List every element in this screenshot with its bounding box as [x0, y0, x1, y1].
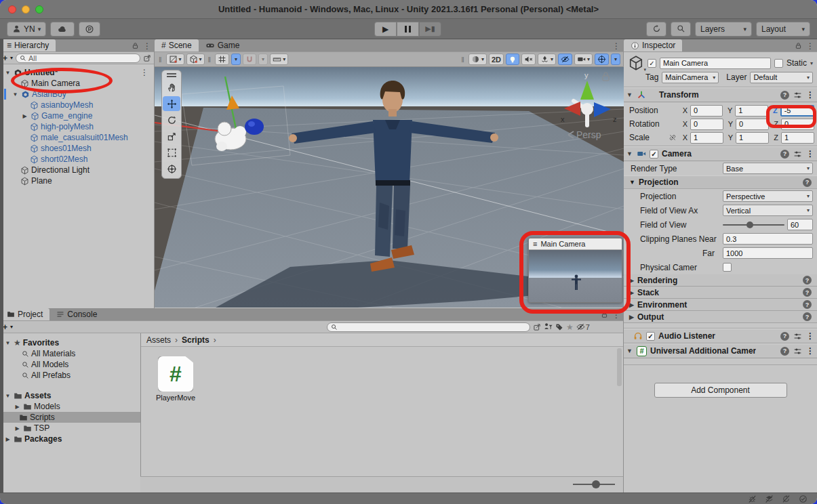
slider-knob[interactable] [746, 222, 753, 228]
help-icon[interactable]: ? [780, 347, 789, 356]
breadcrumb-scripts[interactable]: Scripts [182, 335, 210, 345]
hierarchy-row-highpolymesh[interactable]: high-polyMesh [4, 121, 154, 132]
tree-scripts[interactable]: Scripts [0, 412, 140, 423]
gameobject-cube-icon[interactable]: ▾ [628, 55, 644, 71]
hidden-objects-toggle[interactable] [558, 54, 572, 65]
snap-settings-dropdown[interactable]: ▾ [258, 54, 268, 65]
cache-disabled-icon[interactable] [765, 495, 774, 503]
output-section[interactable]: ▶ Output ? [624, 311, 817, 323]
tree-all-prefabs[interactable]: All Prefabs [4, 370, 140, 381]
toolbar-drag-handle[interactable]: ‖ [460, 56, 466, 64]
open-editor-icon[interactable] [143, 54, 151, 62]
clipping-far-field[interactable]: 1000 [723, 247, 813, 259]
tool-settings-dropdown[interactable]: ▾ [270, 54, 288, 65]
presets-icon[interactable] [793, 347, 802, 356]
layer-dropdown[interactable]: Default▾ [750, 72, 813, 83]
step-button[interactable]: ▶▮ [419, 22, 441, 37]
tree-favorites[interactable]: ▼ ★ Favorites [4, 337, 140, 348]
additional-camera-header[interactable]: ▼ # Universal Additional Camer ? ⋮ [624, 343, 817, 358]
component-menu-icon[interactable]: ⋮ [806, 346, 814, 356]
zoom-button[interactable] [35, 5, 43, 14]
pause-button[interactable] [397, 22, 419, 37]
tab-game[interactable]: Game [199, 39, 247, 51]
rect-tool[interactable] [163, 145, 180, 160]
active-checkbox[interactable]: ✓ [647, 59, 656, 68]
help-icon[interactable]: ? [803, 288, 812, 297]
breadcrumb-assets[interactable]: Assets [146, 335, 171, 345]
position-z-field[interactable]: -5 [780, 105, 814, 117]
foldout-open-icon[interactable]: ▼ [4, 340, 12, 346]
minimize-button[interactable] [22, 5, 30, 14]
thumbnail-zoom-slider[interactable] [573, 484, 615, 485]
help-icon[interactable]: ? [780, 91, 789, 100]
tab-console[interactable]: Console [49, 308, 104, 320]
search-by-type-icon[interactable] [544, 322, 553, 331]
tree-all-models[interactable]: All Models [4, 359, 140, 370]
foldout-open-icon[interactable]: ▼ [4, 393, 12, 399]
hierarchy-row-scene[interactable]: ▼ Untitled* ⋮ [4, 67, 154, 78]
help-icon[interactable]: ? [803, 276, 812, 285]
2d-toggle-button[interactable]: 2D [489, 54, 504, 65]
stack-section[interactable]: ▶ Stack ? [624, 287, 817, 299]
rendering-section[interactable]: ▶ Rendering ? [624, 274, 817, 287]
grid-settings-dropdown[interactable]: ▾ [231, 54, 241, 65]
foldout-closed-icon[interactable]: ▶ [629, 277, 634, 284]
presets-icon[interactable] [793, 150, 802, 159]
presets-icon[interactable] [793, 91, 802, 100]
rotation-z-field[interactable]: 0 [781, 119, 814, 130]
account-dropdown[interactable]: YN ▾ [7, 22, 46, 37]
debugger-detached-icon[interactable] [748, 495, 757, 503]
create-asset-button[interactable]: + [3, 322, 7, 332]
foldout-closed-icon[interactable]: ▶ [21, 113, 28, 119]
hierarchy-search-input[interactable]: All [16, 54, 140, 63]
panel-menu-icon[interactable]: ⋮ [612, 310, 620, 320]
lock-icon[interactable] [795, 42, 802, 49]
scale-x-field[interactable]: 1 [690, 132, 723, 144]
gizmos-toggle[interactable] [595, 54, 609, 65]
help-icon[interactable]: ? [803, 178, 812, 187]
tree-models[interactable]: ▶ Models [4, 401, 140, 412]
asset-grid[interactable]: # PlayerMove [141, 347, 623, 476]
undo-history-button[interactable] [646, 22, 666, 37]
rotation-y-field[interactable]: 0 [736, 119, 769, 130]
foldout-open-icon[interactable]: ▼ [626, 91, 633, 98]
audio-mute-toggle[interactable] [521, 54, 536, 65]
camera-header[interactable]: ▼ ✓ Camera ? ⋮ [624, 146, 817, 161]
favorites-star-icon[interactable]: ★ [566, 322, 574, 332]
asset-playermove[interactable]: # PlayerMove [155, 356, 197, 402]
search-button[interactable] [671, 22, 691, 37]
help-icon[interactable]: ? [803, 312, 812, 321]
foldout-closed-icon[interactable]: ▶ [629, 314, 634, 320]
overlay-drag-handle[interactable] [167, 73, 176, 77]
presets-icon[interactable] [793, 332, 802, 341]
selection-wire-dropdown[interactable]: ▾ [186, 54, 205, 65]
hierarchy-row-asianboy[interactable]: ▼ AsianBoy [4, 89, 154, 100]
effects-dropdown[interactable]: ▾ [538, 54, 556, 65]
toolbar-drag-handle[interactable]: ‖ [207, 56, 214, 64]
selection-outline-dropdown[interactable]: ▾ [166, 54, 184, 65]
foldout-closed-icon[interactable]: ▶ [4, 436, 12, 442]
foldout-open-icon[interactable]: ▼ [626, 348, 633, 354]
physical-camera-checkbox[interactable] [723, 263, 732, 272]
foldout-open-icon[interactable]: ▼ [629, 179, 635, 186]
preview-menu-icon[interactable]: ≡ [533, 240, 537, 248]
panel-menu-icon[interactable]: ⋮ [806, 41, 814, 51]
hierarchy-row-directional-light[interactable]: Directional Light [4, 165, 154, 175]
foldout-open-icon[interactable]: ▼ [12, 91, 19, 98]
rotate-tool[interactable] [163, 112, 180, 127]
projection-section-header[interactable]: ▼ Projection ? [624, 175, 817, 189]
tree-packages[interactable]: ▶ Packages [4, 434, 140, 444]
gameobject-name-field[interactable]: Main Camera [660, 58, 771, 69]
foldout-closed-icon[interactable]: ▶ [629, 301, 634, 308]
scrollbar[interactable] [617, 348, 622, 386]
hierarchy-row-asianboymesh[interactable]: asianboyMesh [4, 100, 154, 110]
fov-field[interactable]: 60 [787, 219, 813, 230]
component-menu-icon[interactable]: ⋮ [806, 149, 814, 159]
tree-assets[interactable]: ▼ Assets [4, 390, 140, 401]
foldout-open-icon[interactable]: ▼ [4, 70, 12, 76]
hierarchy-row-main-camera[interactable]: Main Camera [4, 78, 154, 89]
hierarchy-row-game-engine[interactable]: ▶ Game_engine [4, 110, 154, 121]
snap-increment-button[interactable] [243, 54, 256, 65]
search-by-label-icon[interactable] [555, 323, 563, 331]
static-dropdown-icon[interactable]: ▾ [810, 60, 813, 66]
